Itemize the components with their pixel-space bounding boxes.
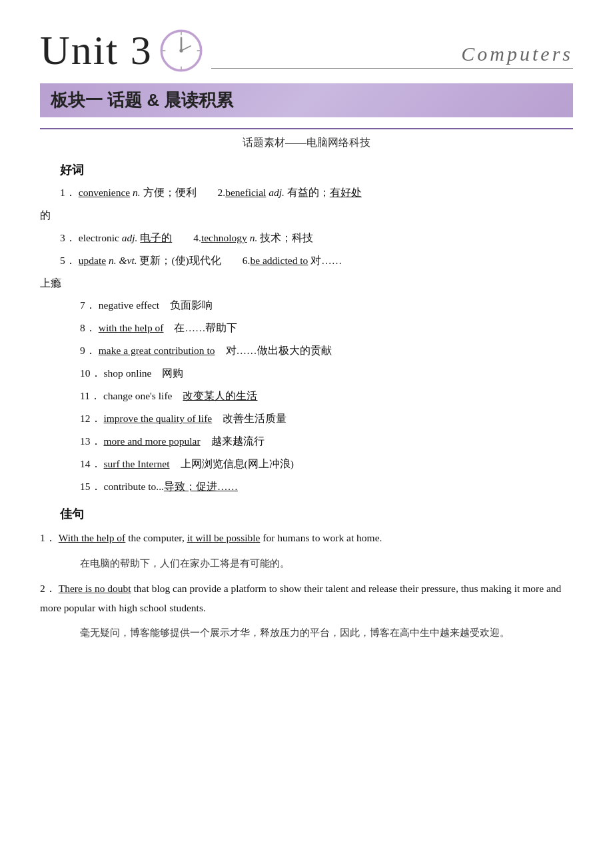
vocab-cn-6a: 对…… xyxy=(310,255,342,266)
vocab-en-9: make a great contribution to xyxy=(99,345,215,356)
vocab-item-12: 12．improve the quality of life 改善生活质量 xyxy=(80,409,573,428)
vocab-cn-1: 方便；便利 xyxy=(143,187,197,198)
banner-text: 板块一 话题 & 晨读积累 xyxy=(51,89,233,112)
vocab-cn-14: 上网浏览信息(网上冲浪) xyxy=(181,458,294,469)
vocab-item-14: 14．surf the Internet 上网浏览信息(网上冲浪) xyxy=(80,455,573,473)
vocab-num-9: 9． xyxy=(80,345,96,356)
vocab-cn-9: 对……做出极大的贡献 xyxy=(226,345,332,356)
sentence-phrase-1b: it will be possible xyxy=(187,532,261,543)
vocab-item-11: 11．change one's life 改变某人的生活 xyxy=(80,387,573,405)
vocab-pos-2: adj. xyxy=(269,187,285,198)
vocab-en-12: improve the quality of life xyxy=(104,413,213,424)
vocab-en-8: with the help of xyxy=(99,322,164,333)
vocab-en-1: convenience xyxy=(79,187,130,198)
vocab-item-3: 3．electronic adj. 电子的 4.technology n. 技术… xyxy=(60,229,573,247)
vocab-num-1: 1． xyxy=(60,187,76,198)
vocab-cn-2b: 有好处 xyxy=(330,187,362,198)
vocab-pos-1: n. xyxy=(133,187,141,198)
sentence-section-title: 佳句 xyxy=(60,506,573,522)
vocab-cn-7: 负面影响 xyxy=(170,299,213,311)
vocab-item-5: 5．update n. &vt. 更新；(使)现代化 6.be addicted… xyxy=(60,251,573,270)
sentence-item-1: 1．With the help of the computer, it will… xyxy=(40,529,573,548)
vocab-item-8: 8．with the help of 在……帮助下 xyxy=(80,319,573,337)
vocab-item-15: 15．contribute to...导致；促进…… xyxy=(80,477,573,496)
vocab-en-14: surf the Internet xyxy=(104,458,170,469)
vocab-cn-8: 在……帮助下 xyxy=(174,322,237,333)
vocab-num-8: 8． xyxy=(80,322,96,333)
vocab-cn-13: 越来越流行 xyxy=(211,435,265,447)
sentence-phrase-2a: There is no doubt xyxy=(59,583,131,594)
vocab-num-7: 7． xyxy=(80,299,96,311)
sentence-cn-1: 在电脑的帮助下，人们在家办工将是有可能的。 xyxy=(80,555,573,573)
vocab-cn-15: 导致；促进…… xyxy=(164,481,238,492)
vocab-num-12: 12． xyxy=(80,413,101,424)
vocab-cn-5: 更新；(使)现代化 xyxy=(139,255,221,266)
section-banner: 板块一 话题 & 晨读积累 xyxy=(40,83,573,117)
sentence-num-1: 1． xyxy=(40,532,56,543)
vocab-cn-3: 电子的 xyxy=(140,232,172,243)
vocab-en-5: update xyxy=(79,255,106,266)
vocab-num-15: 15． xyxy=(80,481,101,492)
clock-icon xyxy=(158,27,205,74)
header-divider xyxy=(211,68,573,69)
vocab-item-13: 13．more and more popular 越来越流行 xyxy=(80,432,573,451)
vocab-item-1-cont: 的 xyxy=(40,206,573,225)
vocab-section-title: 好词 xyxy=(60,162,573,178)
vocab-num-11: 11． xyxy=(80,390,101,401)
computers-section: Computers xyxy=(211,43,573,74)
vocab-num-5: 5． xyxy=(60,255,76,266)
vocab-num-3: 3． xyxy=(60,232,76,243)
vocab-en-4: technology xyxy=(201,232,247,243)
vocab-num-10: 10． xyxy=(80,367,101,379)
vocab-pos-3: adj. xyxy=(122,232,138,243)
sentence-item-2: 2．There is no doubt that blog can provid… xyxy=(40,579,573,617)
vocab-en-13: more and more popular xyxy=(104,435,201,447)
svg-line-3 xyxy=(181,46,191,51)
vocab-cn-11: 改变某人的生活 xyxy=(183,390,257,401)
vocab-en-2: beneficial xyxy=(225,187,266,198)
vocab-item-1: 1．convenience n. 方便；便利 2.beneficial adj.… xyxy=(60,183,573,202)
vocab-cn-4: 技术；科技 xyxy=(260,232,313,243)
sentence-cn-2: 毫无疑问，博客能够提供一个展示才华，释放压力的平台，因此，博客在高中生中越来越受… xyxy=(80,624,573,642)
vocab-item-9: 9．make a great contribution to 对……做出极大的贡… xyxy=(80,341,573,360)
vocab-num-13: 13． xyxy=(80,435,101,447)
page-header: Unit 3 Computers xyxy=(40,27,573,74)
vocab-pos-5: n. &vt. xyxy=(109,255,137,266)
banner-underline xyxy=(40,128,573,129)
sentence-num-2: 2． xyxy=(40,583,56,594)
vocab-cn-12: 改善生活质量 xyxy=(223,413,287,424)
vocab-cn-2: 有益的； xyxy=(287,187,330,198)
vocab-num-14: 14． xyxy=(80,458,101,469)
unit-title: Unit 3 xyxy=(40,27,205,74)
vocab-pos-4: n. xyxy=(250,232,258,243)
computers-title: Computers xyxy=(461,43,573,65)
topic-subtitle: 话题素材——电脑网络科技 xyxy=(40,136,573,150)
sentence-phrase-1a: With the help of xyxy=(59,532,126,543)
unit-text: Unit 3 xyxy=(40,27,153,74)
vocab-cn-10: 网购 xyxy=(162,367,183,379)
vocab-en-6: be addicted to xyxy=(250,255,308,266)
vocab-item-10: 10．shop online 网购 xyxy=(80,364,573,383)
vocab-item-7: 7．negative effect 负面影响 xyxy=(80,296,573,315)
vocab-item-5-cont: 上瘾 xyxy=(40,274,573,293)
